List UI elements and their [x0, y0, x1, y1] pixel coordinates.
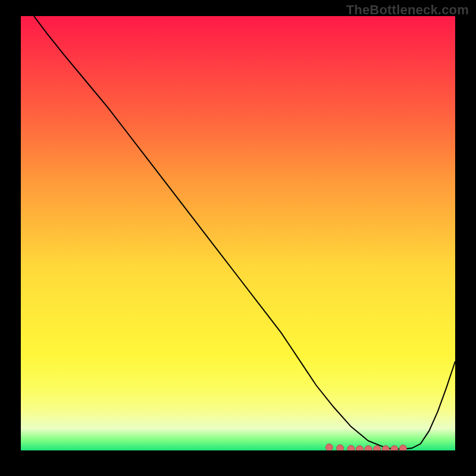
- curve-marker: [356, 446, 363, 450]
- curve-marker: [374, 446, 381, 450]
- curve-marker: [391, 446, 398, 450]
- plot-area: [21, 16, 455, 450]
- bottleneck-curve: [34, 16, 455, 449]
- curve-overlay: [21, 16, 455, 450]
- curve-marker: [325, 444, 333, 450]
- curve-marker: [399, 445, 406, 450]
- marker-group: [325, 444, 406, 450]
- curve-marker: [365, 446, 372, 450]
- chart-frame: TheBottleneck.com: [0, 0, 476, 476]
- curve-marker: [382, 446, 389, 450]
- watermark-text: TheBottleneck.com: [346, 2, 469, 18]
- curve-marker: [347, 445, 355, 450]
- curve-marker: [337, 444, 344, 450]
